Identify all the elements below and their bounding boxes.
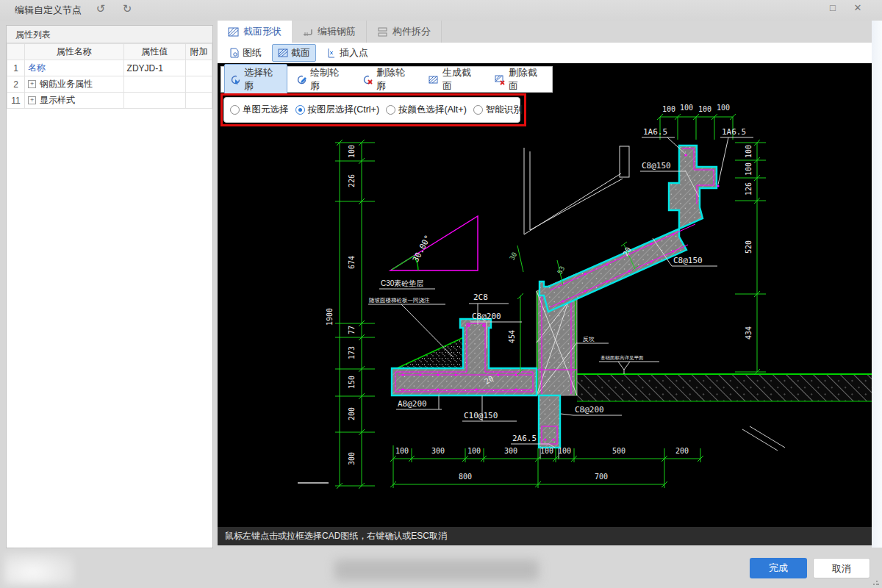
tab-edit-rebar[interactable]: 编辑钢筋 <box>292 21 367 43</box>
radio-by-layer[interactable]: 按图层选择(Ctrl+) <box>295 104 380 116</box>
prop-name: 钢筋业务属性 <box>40 79 93 89</box>
slope-triangle: 30.00° <box>390 216 478 270</box>
dim-label: 100 <box>745 145 753 158</box>
property-table: 属性名称 属性值 附加 1 名称 ZDYJD-1 2 +钢筋业务属性 11 +显… <box>7 43 212 109</box>
status-bar: 鼠标左键点击或拉框选择CAD图纸，右键确认或ESC取消 <box>218 527 872 545</box>
rebar-label: A8@200 <box>398 399 427 409</box>
soil-wedge <box>397 337 465 368</box>
dim-label: 100 <box>395 447 409 455</box>
rebar-label: C10@150 <box>464 411 498 420</box>
rebar-label: C8@200 <box>472 312 501 321</box>
radio-icon <box>295 105 305 115</box>
dim-label: 520 <box>745 240 753 254</box>
col-header-extra: 附加 <box>185 44 212 60</box>
dim-label: 150 <box>348 376 356 389</box>
prop-name: 显示样式 <box>40 95 75 105</box>
sheet-icon <box>229 48 240 58</box>
dim-label: 700 <box>595 473 608 481</box>
dim-label: 300 <box>431 447 445 455</box>
table-row[interactable]: 2 +钢筋业务属性 <box>7 76 212 93</box>
dim-label: 300 <box>348 452 356 465</box>
tab-split-component[interactable]: 构件拆分 <box>367 21 442 43</box>
right-edge-strip <box>872 21 882 548</box>
split-icon <box>377 26 388 37</box>
col-header-name: 属性名称 <box>25 44 123 60</box>
rebar-label: C8@150 <box>673 256 703 265</box>
close-icon[interactable]: ✕ <box>850 2 866 13</box>
dim-label: 300 <box>504 447 517 455</box>
finish-button[interactable]: 完成 <box>750 558 807 578</box>
dim-label: 100 <box>467 447 481 455</box>
dim-label: 500 <box>612 447 625 455</box>
select-profile-button[interactable]: 选择轮廓 <box>224 64 287 95</box>
delete-section-icon <box>495 74 506 85</box>
prop-value[interactable]: ZDYJD-1 <box>123 60 185 76</box>
resize-grip[interactable] <box>872 578 879 585</box>
maximize-icon[interactable]: □ <box>825 2 841 13</box>
status-text: 鼠标左键点击或拉框选择CAD图纸，右键确认或ESC取消 <box>225 531 447 541</box>
blurred-watermark <box>334 559 539 581</box>
note-label: 随坡面楼梯砼板一同浇注 <box>369 297 430 304</box>
stub-section[interactable] <box>539 395 560 448</box>
property-panel: 属性列表 属性名称 属性值 附加 1 名称 ZDYJD-1 2 +钢筋业务属性 … <box>6 25 213 548</box>
dim-label: 454 <box>508 330 516 343</box>
table-row[interactable]: 1 名称 ZDYJD-1 <box>7 60 212 76</box>
dim-label: 30 <box>508 251 518 261</box>
property-header-row: 属性名称 属性值 附加 <box>7 44 212 60</box>
cad-canvas[interactable]: 30.00° 1900 <box>218 63 872 527</box>
table-row[interactable]: 11 +显示样式 <box>7 93 212 109</box>
section-button[interactable]: 截面 <box>272 44 316 62</box>
dim-label: 226 <box>348 174 356 187</box>
select-profile-icon <box>230 74 241 85</box>
profile-toolbar: 选择轮廓 绘制轮廓 删除轮廓 生成截面 删除截面 <box>220 66 553 93</box>
dim-label: 1900 <box>326 308 334 326</box>
radio-by-color[interactable]: 按颜色选择(Alt+) <box>386 104 467 116</box>
insert-point-icon <box>326 48 337 58</box>
radio-icon <box>473 105 483 115</box>
hatch-square-icon <box>228 26 239 37</box>
note-label: 反坎 <box>583 336 595 343</box>
expand-icon[interactable]: + <box>28 80 36 88</box>
dim-label: 100 <box>662 105 675 113</box>
dim-label: 100 <box>558 447 571 455</box>
delete-section-button[interactable]: 删除截面 <box>489 64 552 95</box>
dim-label: 100 <box>680 104 693 112</box>
cancel-button[interactable]: 取消 <box>813 558 870 578</box>
dim-label: 53 <box>556 265 566 275</box>
angle-label: 30.00° <box>411 234 433 264</box>
drawing-button[interactable]: 图纸 <box>223 44 268 62</box>
radio-icon <box>230 105 240 115</box>
radio-single-element[interactable]: 单图元选择 <box>230 104 289 116</box>
generate-section-icon <box>429 74 440 85</box>
tab-section-shape[interactable]: 截面形状 <box>218 21 292 43</box>
dim-label: 674 <box>348 256 356 269</box>
cad-drawing: 30.00° 1900 <box>218 63 872 527</box>
radio-smart-recognition[interactable]: 智能识别 <box>473 104 523 116</box>
dim-label: 200 <box>348 407 356 420</box>
generate-section-button[interactable]: 生成截面 <box>423 64 486 95</box>
col-header-value: 属性值 <box>123 44 185 60</box>
rebar-label: C8@150 <box>642 161 671 171</box>
selection-mode-bar: 单图元选择 按图层选择(Ctrl+) 按颜色选择(Alt+) 智能识别 <box>223 97 520 123</box>
dim-label: 100 <box>698 105 711 113</box>
note-label: 基础面标高详见平面 <box>600 355 644 361</box>
rebar-icon <box>302 26 313 37</box>
expand-icon[interactable]: + <box>28 96 36 104</box>
property-panel-title: 属性列表 <box>7 26 212 43</box>
dim-label: 100 <box>745 162 753 176</box>
draw-profile-button[interactable]: 绘制轮廓 <box>290 64 354 95</box>
dim-label: 77 <box>348 326 356 334</box>
delete-profile-button[interactable]: 删除轮廓 <box>356 64 420 95</box>
toolbar-main: 图纸 截面 插入点 <box>218 43 872 63</box>
rebar-label: C8@200 <box>575 405 604 415</box>
ground-strip <box>577 374 872 451</box>
material-label: C30素砼垫层 <box>381 279 423 287</box>
titlebar: 编辑自定义节点 ↺ ↻ □ ✕ <box>0 0 882 21</box>
dim-label: 100 <box>540 447 553 455</box>
dim-label: 800 <box>459 473 472 481</box>
prop-name[interactable]: 名称 <box>28 62 46 73</box>
undo-icon[interactable]: ↺ <box>93 2 109 15</box>
redo-icon[interactable]: ↻ <box>119 2 135 15</box>
insert-point-button[interactable]: 插入点 <box>320 44 374 62</box>
rebar-label: 2A6.5 <box>512 434 537 443</box>
